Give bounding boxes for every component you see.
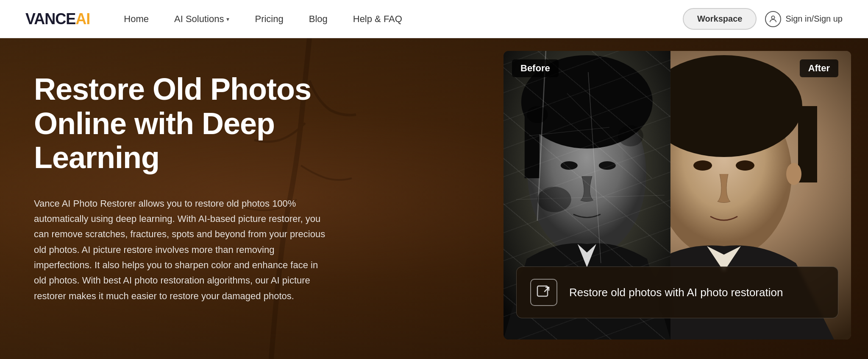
main-nav: Home AI Solutions ▾ Pricing Blog Help & … [124,14,683,25]
hero-image-panel: Before [487,38,868,359]
header: VANCE AI Home AI Solutions ▾ Pricing Blo… [0,0,868,38]
svg-point-0 [772,16,775,19]
before-after-composite: Before [504,51,851,339]
signin-button[interactable]: Sign in/Sign up [765,11,843,27]
account-icon [765,11,781,27]
cta-label: Restore old photos with AI photo restora… [569,285,783,300]
logo-vance: VANCE [25,10,75,28]
cta-card[interactable]: Restore old photos with AI photo restora… [516,266,838,318]
before-label: Before [512,59,559,77]
svg-point-9 [786,163,801,185]
logo[interactable]: VANCE AI [25,10,90,28]
restore-icon [530,279,557,306]
hero-content: Restore Old Photos Online with Deep Lear… [0,38,868,359]
svg-line-17 [588,72,601,263]
header-actions: Workspace Sign in/Sign up [683,8,843,30]
hero-description: Vance AI Photo Restorer allows you to re… [34,196,326,304]
nav-blog[interactable]: Blog [309,14,328,25]
svg-point-11 [528,91,646,257]
nav-ai-solutions[interactable]: AI Solutions ▾ [174,14,229,25]
svg-point-6 [693,160,712,171]
svg-point-21 [537,187,571,212]
svg-point-15 [599,161,616,170]
hero-section: Restore Old Photos Online with Deep Lear… [0,38,868,359]
after-label: After [800,59,838,77]
svg-point-7 [736,160,754,171]
workspace-button[interactable]: Workspace [683,8,757,30]
nav-home[interactable]: Home [124,14,149,25]
svg-line-18 [529,127,609,136]
hero-text-panel: Restore Old Photos Online with Deep Lear… [0,38,360,359]
svg-point-23 [527,106,548,123]
svg-line-20 [516,195,665,199]
chevron-down-icon: ▾ [226,16,229,22]
svg-rect-13 [525,102,540,178]
nav-pricing[interactable]: Pricing [255,14,283,25]
svg-point-22 [618,125,643,146]
restore-arrow-icon [536,285,551,300]
logo-ai: AI [75,10,90,28]
nav-help-faq[interactable]: Help & FAQ [353,14,402,25]
svg-point-14 [561,161,578,170]
hero-title: Restore Old Photos Online with Deep Lear… [34,72,326,175]
svg-line-19 [567,93,652,178]
